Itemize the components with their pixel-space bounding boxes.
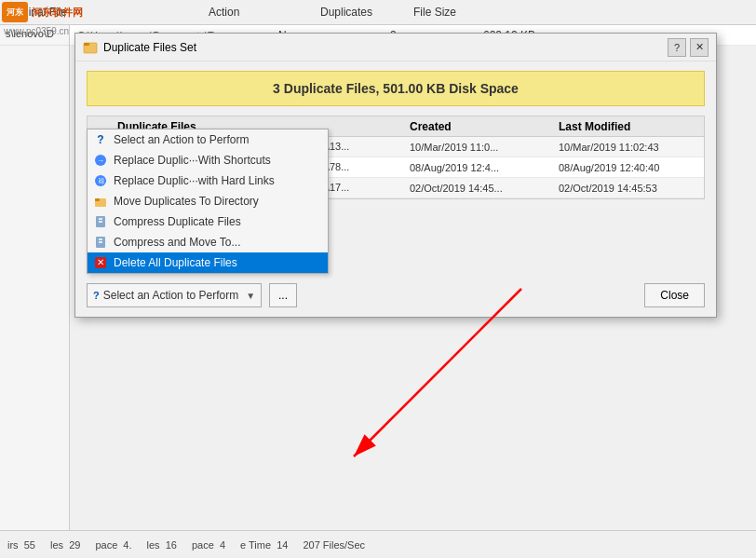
dialog-help-button[interactable]: ? [668, 38, 686, 57]
dropdown-item-hardlinks[interactable]: ⛓ Replace Duplic···with Hard Links [88, 170, 328, 191]
status-item-7: 207 Files/Sec [303, 539, 365, 551]
action-dots-button[interactable]: ... [269, 283, 297, 307]
bg-top-bar: Original File Action Duplicates File Siz… [0, 0, 756, 25]
dialog-close-button[interactable]: ✕ [690, 38, 709, 57]
logo-text: 河东软件网 [32, 6, 83, 20]
shortcuts-icon: → [93, 153, 108, 168]
duplicate-files-dialog: Duplicate Files Set ? ✕ 3 Duplicate File… [74, 33, 717, 318]
move-icon [93, 194, 108, 209]
dialog-title: Duplicate Files Set [103, 41, 196, 54]
status-item-5: pace 4 [192, 539, 225, 551]
row1-modified: 10/Mar/2019 11:02:43 [555, 142, 704, 153]
compress-move-icon [93, 235, 108, 250]
delete-icon: ✕ [93, 255, 108, 270]
status-item-4: les 16 [147, 539, 177, 551]
col-created-header: Created [406, 120, 555, 133]
dialog-action-row: ? Select an Action to Perform ▼ ... Clos… [87, 283, 705, 307]
status-item-2: les 29 [50, 539, 80, 551]
bg-col-action-header: Action [209, 6, 320, 19]
hardlinks-icon: ⛓ [93, 173, 108, 188]
dropdown-item-select[interactable]: ? Select an Action to Perform [88, 129, 328, 150]
row2-modified: 08/Aug/2019 12:40:40 [555, 162, 704, 173]
select-icon: ? [93, 132, 108, 147]
svg-text:→: → [97, 157, 104, 165]
dropdown-item-delete[interactable]: ✕ Delete All Duplicate Files [88, 252, 328, 273]
watermark: www.pc0359.cn [4, 26, 69, 36]
dialog-titlebar-left: Duplicate Files Set [83, 40, 196, 55]
action-dropdown-icon: ? [93, 290, 100, 301]
dropdown-item-move[interactable]: Move Duplicates To Directory [88, 191, 328, 211]
action-dropdown[interactable]: ? Select an Action to Perform ▼ [87, 283, 262, 307]
row1-created: 10/Mar/2019 11:0... [406, 142, 555, 153]
bg-col-duplicates-header: Duplicates [320, 6, 413, 19]
compress-icon [93, 214, 108, 229]
row2-created: 08/Aug/2019 12:4... [406, 162, 555, 173]
col-modified-header: Last Modified [555, 120, 704, 133]
status-item-3: pace 4. [95, 539, 131, 551]
bg-status-bar: irs 55 les 29 pace 4. les 16 pace 4 e Ti… [0, 530, 756, 558]
action-dropdown-text: Select an Action to Perform [103, 289, 238, 302]
svg-text:⛓: ⛓ [98, 178, 104, 184]
logo-area: 河东 河东软件网 [2, 2, 83, 22]
dropdown-item-compress-move[interactable]: Compress and Move To... [88, 232, 328, 252]
svg-rect-1 [84, 43, 89, 46]
svg-rect-7 [95, 198, 100, 201]
action-dropdown-menu: ? Select an Action to Perform → Replace … [87, 129, 329, 274]
logo-icon: 河东 [2, 2, 28, 22]
dialog-info-bar: 3 Duplicate Files, 501.00 KB Disk Space [87, 71, 705, 106]
dialog-titlebar: Duplicate Files Set ? ✕ [75, 34, 716, 61]
dialog-icon [83, 40, 98, 55]
dialog-titlebar-right: ? ✕ [668, 38, 709, 57]
action-dropdown-arrow: ▼ [246, 291, 255, 301]
bg-sidebar: s\lenovo\D [0, 25, 70, 558]
close-dialog-button[interactable]: Close [644, 283, 705, 307]
svg-text:✕: ✕ [97, 257, 104, 267]
dropdown-item-compress[interactable]: Compress Duplicate Files [88, 211, 328, 232]
row3-modified: 02/Oct/2019 14:45:53 [555, 183, 704, 194]
dropdown-item-shortcuts[interactable]: → Replace Duplic···With Shortcuts [88, 150, 328, 170]
status-item-6: e Time 14 [240, 539, 288, 551]
bg-col-filesize-header: File Size [413, 6, 506, 19]
row3-created: 02/Oct/2019 14:45... [406, 183, 555, 194]
status-item-1: irs 55 [7, 539, 35, 551]
